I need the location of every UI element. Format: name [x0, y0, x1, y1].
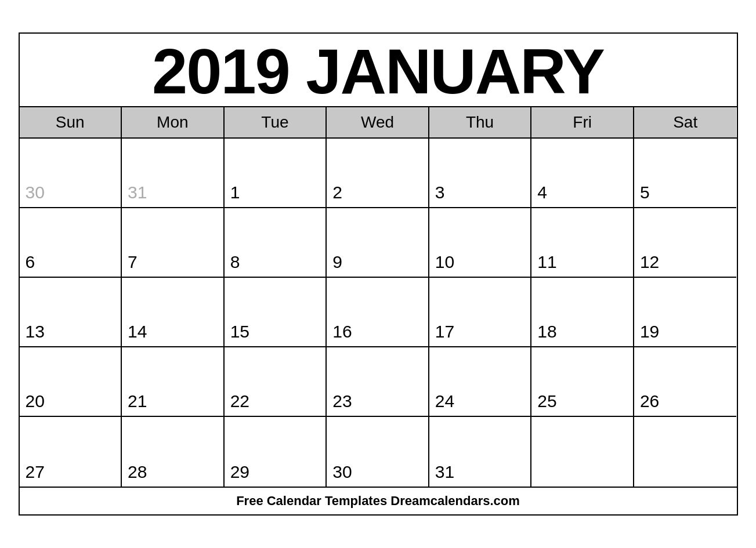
date-number: 8 [230, 252, 320, 272]
calendar-cell: 15 [225, 278, 327, 347]
calendar-grid: 3031123456789101112131415161718192021222… [20, 139, 737, 487]
calendar-cell: 22 [225, 347, 327, 417]
date-number: 31 [128, 183, 218, 202]
calendar-cell: 28 [122, 417, 225, 487]
calendar-container: 2019 JANUARY SunMonTueWedThuFriSat 30311… [19, 32, 738, 516]
calendar-cell: 12 [634, 208, 737, 278]
calendar-cell [634, 417, 737, 487]
calendar-cell: 11 [531, 208, 634, 278]
date-number: 14 [128, 322, 218, 342]
calendar-header: 2019 JANUARY [20, 34, 737, 107]
date-number: 23 [332, 391, 422, 411]
calendar-cell: 29 [225, 417, 327, 487]
date-number: 9 [332, 252, 422, 272]
date-number: 25 [537, 391, 627, 411]
calendar-cell: 10 [429, 208, 532, 278]
date-number: 22 [230, 391, 320, 411]
date-number: 19 [640, 322, 731, 342]
date-number: 20 [26, 391, 115, 411]
calendar-cell: 18 [531, 278, 634, 347]
date-number: 30 [26, 183, 115, 202]
calendar-cell: 20 [20, 347, 122, 417]
calendar-cell: 24 [429, 347, 532, 417]
calendar-title: 2019 JANUARY [20, 39, 737, 103]
date-number: 11 [537, 252, 627, 272]
calendar-cell: 27 [20, 417, 122, 487]
calendar-cell: 31 [122, 139, 225, 208]
day-header-cell: Mon [122, 107, 225, 137]
date-number: 13 [26, 322, 115, 342]
calendar-cell: 21 [122, 347, 225, 417]
calendar-cell: 30 [327, 417, 429, 487]
calendar-cell: 9 [327, 208, 429, 278]
calendar-footer: Free Calendar Templates Dreamcalendars.c… [20, 487, 737, 514]
date-number: 2 [332, 183, 422, 202]
calendar-cell: 30 [20, 139, 122, 208]
calendar-cell: 5 [634, 139, 737, 208]
date-number: 4 [537, 183, 627, 202]
date-number: 7 [128, 252, 218, 272]
calendar-cell: 7 [122, 208, 225, 278]
date-number: 31 [435, 462, 525, 482]
date-number: 6 [26, 252, 115, 272]
calendar-cell: 23 [327, 347, 429, 417]
day-header-cell: Sun [20, 107, 122, 137]
date-number: 30 [332, 462, 422, 482]
calendar-cell: 14 [122, 278, 225, 347]
calendar-cell: 26 [634, 347, 737, 417]
calendar-cell: 16 [327, 278, 429, 347]
date-number: 17 [435, 322, 525, 342]
date-number: 21 [128, 391, 218, 411]
day-header-cell: Wed [327, 107, 429, 137]
date-number: 1 [230, 183, 320, 202]
date-number: 12 [640, 252, 731, 272]
date-number: 29 [230, 462, 320, 482]
date-number: 26 [640, 391, 731, 411]
calendar-cell: 4 [531, 139, 634, 208]
date-number: 10 [435, 252, 525, 272]
date-number: 18 [537, 322, 627, 342]
date-number: 5 [640, 183, 731, 202]
day-header-cell: Fri [531, 107, 634, 137]
calendar-cell: 6 [20, 208, 122, 278]
date-number: 28 [128, 462, 218, 482]
calendar-cell: 17 [429, 278, 532, 347]
date-number: 27 [26, 462, 115, 482]
calendar-cell [531, 417, 634, 487]
calendar-cell: 1 [225, 139, 327, 208]
calendar-cell: 3 [429, 139, 532, 208]
calendar-cell: 2 [327, 139, 429, 208]
day-header-cell: Sat [634, 107, 737, 137]
day-header-cell: Tue [225, 107, 327, 137]
calendar-cell: 13 [20, 278, 122, 347]
date-number: 24 [435, 391, 525, 411]
date-number: 15 [230, 322, 320, 342]
day-header-cell: Thu [429, 107, 532, 137]
calendar-cell: 31 [429, 417, 532, 487]
calendar-cell: 25 [531, 347, 634, 417]
calendar-cell: 19 [634, 278, 737, 347]
date-number: 3 [435, 183, 525, 202]
days-header: SunMonTueWedThuFriSat [20, 107, 737, 139]
calendar-cell: 8 [225, 208, 327, 278]
footer-text: Free Calendar Templates Dreamcalendars.c… [20, 493, 737, 509]
date-number: 16 [332, 322, 422, 342]
